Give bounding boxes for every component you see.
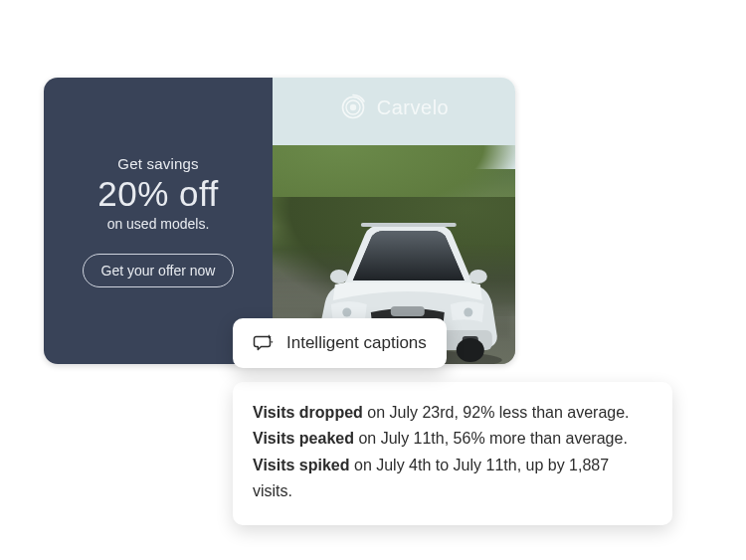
ad-subtext: on used models. [107, 216, 210, 232]
insight-bold: Visits spiked [253, 457, 350, 473]
svg-rect-5 [391, 306, 425, 316]
ad-heading-large: 20% off [97, 174, 219, 214]
brand-lockup: Carvelo [273, 93, 515, 121]
insight-text: on July 11th, 56% more than average. [354, 430, 628, 447]
svg-point-6 [342, 308, 351, 317]
get-offer-button[interactable]: Get your offer now [83, 254, 235, 287]
insight-bold: Visits peaked [253, 430, 354, 447]
insight-line: Visits dropped on July 23rd, 92% less th… [253, 400, 653, 426]
brand-name: Carvelo [377, 96, 449, 119]
sparkle-chat-icon [253, 332, 275, 354]
insight-line: Visits spiked on July 4th to July 11th, … [253, 453, 653, 505]
svg-point-9 [330, 270, 348, 283]
insight-bold: Visits dropped [253, 404, 363, 421]
svg-point-15 [457, 338, 484, 362]
ad-heading-small: Get savings [117, 155, 198, 172]
insight-line: Visits peaked on July 11th, 56% more tha… [253, 426, 653, 452]
svg-rect-8 [361, 223, 457, 227]
insight-text: on July 23rd, 92% less than average. [363, 404, 630, 421]
intelligent-captions-label: Intelligent captions [286, 333, 427, 353]
svg-point-7 [464, 308, 472, 317]
svg-point-10 [469, 270, 487, 283]
svg-point-2 [350, 104, 356, 110]
insights-panel: Visits dropped on July 23rd, 92% less th… [233, 382, 672, 525]
intelligent-captions-chip[interactable]: Intelligent captions [233, 318, 447, 368]
brand-logo-icon [339, 93, 367, 121]
